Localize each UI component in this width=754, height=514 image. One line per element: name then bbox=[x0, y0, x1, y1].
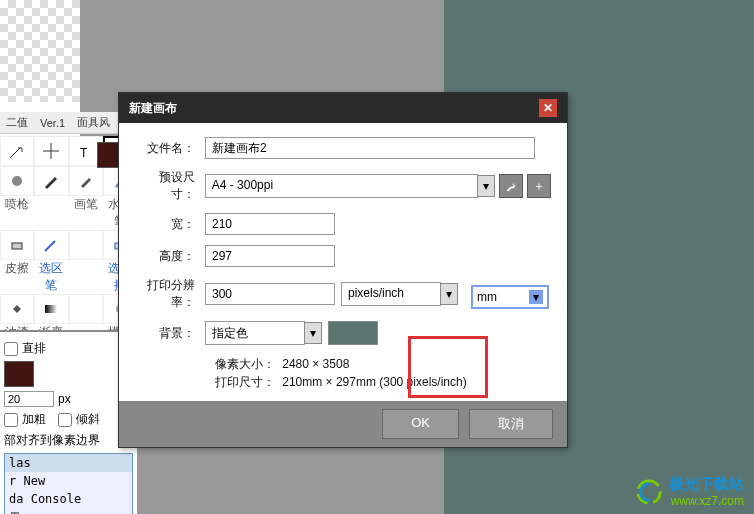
dialog-titlebar[interactable]: 新建画布 ✕ bbox=[119, 93, 567, 123]
width-label: 宽： bbox=[135, 216, 205, 233]
background-label: 背景： bbox=[135, 325, 205, 342]
dialog-buttons: OK 取消 bbox=[119, 401, 567, 447]
chevron-down-icon[interactable]: ▾ bbox=[440, 283, 458, 305]
tab-binary[interactable]: 二值 bbox=[6, 115, 28, 130]
watermark-title: 极光下载站 bbox=[669, 475, 744, 494]
toolbar-tabs: 二值 Ver.1 面具风 bbox=[0, 112, 137, 134]
resolution-unit-select[interactable]: pixels/inch bbox=[341, 282, 441, 306]
watermark: 极光下载站 www.xz7.com bbox=[635, 475, 744, 508]
font-item[interactable]: r New bbox=[5, 472, 132, 490]
preset-label: 预设尺寸： bbox=[135, 169, 205, 203]
svg-rect-2 bbox=[12, 243, 22, 249]
font-item[interactable]: 界 bbox=[5, 508, 132, 514]
vertical-label: 直排 bbox=[22, 340, 46, 357]
tab-mask[interactable]: 面具风 bbox=[77, 115, 110, 130]
new-canvas-dialog: 新建画布 ✕ 文件名： 预设尺寸： A4 - 300ppi ▾ ＋ 宽： mm▾… bbox=[118, 92, 568, 448]
background-color-preview[interactable] bbox=[328, 321, 378, 345]
tool-eraser-icon[interactable] bbox=[0, 230, 34, 260]
filename-input[interactable] bbox=[205, 137, 535, 159]
ok-button[interactable]: OK bbox=[382, 409, 459, 439]
tool-airbrush-icon[interactable] bbox=[0, 166, 34, 196]
tool-brush-icon[interactable] bbox=[69, 166, 103, 196]
vertical-checkbox[interactable] bbox=[4, 342, 18, 356]
resolution-label: 打印分辨率： bbox=[135, 277, 205, 311]
cancel-button[interactable]: 取消 bbox=[469, 409, 553, 439]
chevron-down-icon[interactable]: ▾ bbox=[304, 322, 322, 344]
unit-select[interactable]: mm▾ bbox=[471, 285, 549, 309]
tool-move-icon[interactable] bbox=[34, 136, 68, 166]
font-item[interactable]: las bbox=[5, 454, 132, 472]
tool-selpen-icon[interactable] bbox=[34, 230, 68, 260]
pixel-size-label: 像素大小： bbox=[215, 357, 275, 371]
filename-label: 文件名： bbox=[135, 140, 205, 157]
chevron-down-icon[interactable]: ▾ bbox=[477, 175, 495, 197]
resolution-input[interactable] bbox=[205, 283, 335, 305]
tool-wand-icon[interactable] bbox=[0, 136, 34, 166]
svg-rect-4 bbox=[45, 305, 57, 313]
print-size-value: 210mm × 297mm (300 pixels/inch) bbox=[282, 375, 466, 389]
height-input[interactable] bbox=[205, 245, 335, 267]
pixel-size-value: 2480 × 3508 bbox=[282, 357, 349, 371]
tool-blank1[interactable] bbox=[69, 230, 103, 260]
print-size-label: 打印尺寸： bbox=[215, 375, 275, 389]
background-select[interactable]: 指定色 bbox=[205, 321, 305, 345]
width-input[interactable] bbox=[205, 213, 335, 235]
svg-text:T: T bbox=[80, 146, 88, 160]
tool-options: 直排 px 加粗 倾斜 部对齐到像素边界 las r New da Consol… bbox=[0, 330, 137, 514]
watermark-url: www.xz7.com bbox=[669, 494, 744, 508]
plus-icon[interactable]: ＋ bbox=[527, 174, 551, 198]
svg-point-1 bbox=[12, 176, 22, 186]
transparent-area bbox=[0, 0, 80, 102]
align-label: 部对齐到像素边界 bbox=[4, 432, 100, 449]
close-icon[interactable]: ✕ bbox=[539, 99, 557, 117]
fontsize-unit: px bbox=[58, 392, 71, 406]
dialog-title: 新建画布 bbox=[129, 100, 177, 117]
tool-bucket-icon[interactable] bbox=[0, 294, 34, 324]
logo-icon bbox=[635, 478, 663, 506]
tool-pen-icon[interactable] bbox=[34, 166, 68, 196]
wrench-icon[interactable] bbox=[499, 174, 523, 198]
chevron-down-icon[interactable]: ▾ bbox=[529, 290, 543, 304]
height-label: 高度： bbox=[135, 248, 205, 265]
tool-gradient-icon[interactable] bbox=[34, 294, 68, 324]
text-color-swatch[interactable] bbox=[4, 361, 34, 387]
preset-select[interactable]: A4 - 300ppi bbox=[205, 174, 479, 198]
font-list[interactable]: las r New da Console 界 bbox=[4, 453, 133, 514]
tab-ver1[interactable]: Ver.1 bbox=[40, 117, 65, 129]
bold-checkbox[interactable] bbox=[4, 413, 18, 427]
font-item[interactable]: da Console bbox=[5, 490, 132, 508]
tool-blank2[interactable] bbox=[69, 294, 103, 324]
italic-checkbox[interactable] bbox=[58, 413, 72, 427]
fontsize-input[interactable] bbox=[4, 391, 54, 407]
